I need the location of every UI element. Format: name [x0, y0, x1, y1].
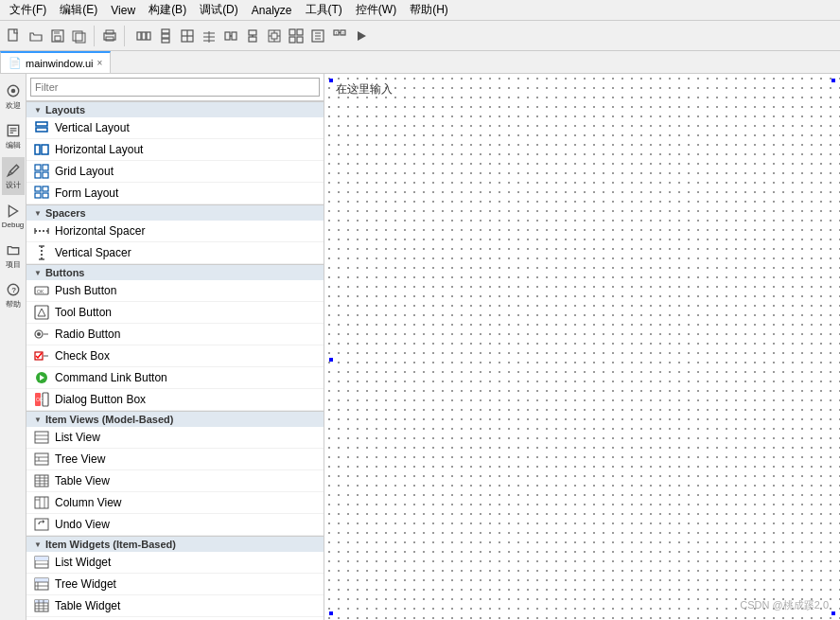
selection-handle-bl[interactable]	[329, 611, 333, 615]
widget-tool-button[interactable]: Tool Button	[26, 302, 324, 324]
toolbar-print-btn[interactable]	[99, 26, 120, 46]
svg-rect-67	[43, 186, 48, 191]
horizontal-spacer-icon	[34, 223, 49, 239]
selection-handle-tr[interactable]	[831, 79, 835, 82]
widget-horizontal-spacer[interactable]: Horizontal Spacer	[26, 221, 324, 242]
widget-command-link-button[interactable]: Command Link Button	[26, 367, 324, 389]
toolbar-adjust-size-btn[interactable]	[307, 26, 328, 46]
svg-marker-79	[38, 309, 45, 316]
dialog-button-box-icon: OK	[34, 392, 49, 407]
toolbar-preview-btn[interactable]	[351, 26, 372, 46]
column-view-icon	[34, 495, 49, 510]
selection-handle-tl[interactable]	[329, 79, 333, 82]
widget-table-widget[interactable]: Table Widget	[26, 595, 324, 617]
svg-rect-62	[35, 165, 41, 170]
watermark: CSDN @桃成蹊2.0	[740, 598, 829, 612]
category-item-widgets[interactable]: ▼ Item Widgets (Item-Based)	[26, 536, 324, 552]
widget-form-layout[interactable]: Form Layout	[26, 183, 324, 204]
sidebar-project[interactable]: 项目	[2, 237, 25, 275]
menu-tools[interactable]: 工具(T)	[300, 0, 348, 20]
design-area[interactable]: 在这里输入 CSDN @桃成蹊2.0	[324, 74, 840, 620]
widget-tree-widget[interactable]: Tree Widget	[26, 574, 324, 595]
table-view-icon	[34, 473, 49, 488]
toolbar-saveall-btn[interactable]	[69, 26, 90, 46]
menu-edit[interactable]: 编辑(E)	[54, 0, 103, 20]
widget-undo-view[interactable]: Undo View	[26, 514, 324, 536]
svg-marker-108	[43, 520, 44, 523]
toolbar-layout-splitter-v-btn[interactable]	[242, 26, 263, 46]
category-layouts[interactable]: ▼ Layouts	[26, 101, 324, 117]
toolbar-layout-h-btn[interactable]	[133, 26, 154, 46]
sidebar-welcome[interactable]: 欢迎	[2, 78, 25, 115]
sidebar-debug[interactable]: Debug	[2, 197, 25, 235]
svg-text:?: ?	[11, 286, 16, 294]
widget-dialog-button-box[interactable]: OK Dialog Button Box	[26, 389, 324, 411]
svg-rect-0	[9, 29, 17, 41]
toolbar-break-layout-btn[interactable]	[286, 26, 306, 46]
widget-column-view[interactable]: Column View	[26, 492, 324, 514]
svg-rect-58	[36, 122, 47, 126]
toolbar-save-btn[interactable]	[47, 26, 68, 46]
category-spacers[interactable]: ▼ Spacers	[26, 204, 324, 221]
toolbar-open-btn[interactable]	[26, 26, 46, 46]
toolbar-layout-v-btn[interactable]	[155, 26, 176, 46]
sidebar-design[interactable]: 设计	[2, 157, 25, 195]
toolbar-taborder-btn[interactable]: 1 2	[329, 26, 350, 46]
toolbar-layout-splitter-h-btn[interactable]	[220, 26, 241, 46]
toolbar-new-btn[interactable]	[4, 26, 25, 46]
sidebar-edit[interactable]: 编辑	[2, 117, 25, 155]
svg-rect-3	[55, 36, 61, 41]
list-view-label: List View	[55, 431, 100, 444]
sidebar-help[interactable]: ? 帮助	[2, 276, 25, 314]
widget-radio-button[interactable]: Radio Button	[26, 324, 324, 345]
menu-debug[interactable]: 调试(D)	[194, 0, 244, 20]
menu-help[interactable]: 帮助(H)	[404, 0, 454, 20]
category-buttons[interactable]: ▼ Buttons	[26, 264, 324, 280]
table-view-label: Table View	[55, 474, 110, 487]
filter-input[interactable]	[30, 78, 320, 97]
widget-table-view[interactable]: Table View	[26, 470, 324, 492]
command-link-button-label: Command Link Button	[55, 371, 167, 384]
svg-rect-88	[43, 393, 48, 406]
menu-file[interactable]: 文件(F)	[4, 0, 52, 20]
horizontal-layout-icon	[34, 142, 49, 157]
widget-push-button[interactable]: OK Push Button	[26, 280, 324, 302]
tree-view-label: Tree View	[55, 452, 105, 466]
collapse-spacers-icon: ▼	[34, 209, 42, 218]
widget-list-view[interactable]: List View	[26, 427, 324, 449]
collapse-layouts-icon: ▼	[34, 106, 42, 115]
widget-list-widget[interactable]: List Widget	[26, 552, 324, 574]
widget-vertical-layout[interactable]: Vertical Layout	[26, 117, 324, 139]
svg-rect-61	[42, 145, 48, 154]
widget-check-box[interactable]: Check Box	[26, 345, 324, 367]
design-canvas[interactable]: 在这里输入	[324, 74, 840, 620]
menu-build[interactable]: 构建(B)	[143, 0, 192, 20]
widget-grid-layout[interactable]: Grid Layout	[26, 161, 324, 183]
category-spacers-label: Spacers	[45, 207, 86, 219]
selection-handle-ml[interactable]	[329, 358, 333, 362]
tab-close-btn[interactable]: ×	[97, 58, 103, 68]
tab-mainwindow[interactable]: 📄 mainwindow.ui ×	[0, 51, 111, 73]
widget-vertical-spacer[interactable]: Vertical Spacer	[26, 242, 324, 264]
toolbar-layout-grid-btn[interactable]	[177, 26, 198, 46]
svg-rect-65	[43, 172, 48, 178]
form-layout-label: Form Layout	[55, 186, 118, 200]
menu-view[interactable]: View	[105, 2, 141, 19]
list-widget-icon	[34, 555, 49, 570]
toolbar-layout-anchors-btn[interactable]	[264, 26, 285, 46]
svg-rect-107	[35, 519, 48, 530]
category-item-views[interactable]: ▼ Item Views (Model-Based)	[26, 411, 324, 427]
widget-tree-view[interactable]: Tree View	[26, 449, 324, 470]
toolbar-layout-form-btn[interactable]	[199, 26, 219, 46]
vertical-spacer-icon	[34, 245, 49, 260]
widget-panel: ▼ Layouts Vertical Layout	[26, 74, 324, 620]
svg-rect-59	[36, 128, 47, 132]
menu-analyze[interactable]: Analyze	[246, 2, 298, 19]
svg-rect-25	[249, 30, 256, 35]
tool-button-icon	[34, 305, 49, 320]
menu-controls[interactable]: 控件(W)	[350, 0, 402, 20]
selection-handle-br[interactable]	[831, 611, 835, 615]
widget-horizontal-layout[interactable]: Horizontal Layout	[26, 139, 324, 161]
undo-view-icon	[34, 517, 49, 532]
undo-view-label: Undo View	[55, 518, 110, 531]
